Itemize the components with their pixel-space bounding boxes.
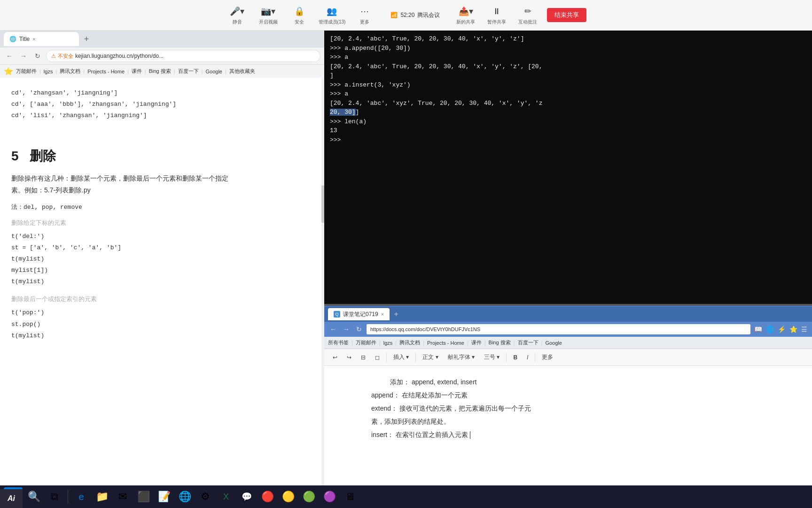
doc-forward-button[interactable]: → — [341, 325, 351, 334]
doc-ext-icon-1[interactable]: 📖 — [753, 325, 763, 334]
doc-address-input[interactable]: https://docs.qq.com/doc/DVEVtY0hDUFJVc1N… — [367, 324, 750, 334]
more-format-button[interactable]: 更多 — [539, 352, 556, 362]
right-panel: [20, 2.4, 'abc', True, 20, 20, 30, 40, '… — [324, 31, 812, 508]
doc-bookmark-google[interactable]: Google — [545, 340, 562, 346]
security-text: 不安全 — [58, 53, 73, 60]
bold-button[interactable]: B — [510, 353, 520, 362]
taskbar-chrome[interactable]: 🌐 — [175, 487, 194, 506]
font-dropdown[interactable]: 献礼字体 ▾ — [445, 352, 477, 362]
terminal-line-9: 20, 30]] — [330, 108, 806, 117]
browser-tab-active[interactable]: 🌐 Title × — [4, 32, 79, 46]
doc-bookmark-tencent[interactable]: 腾讯文档 — [399, 339, 420, 346]
taskbar-app-misc5[interactable]: 🖥 — [341, 487, 359, 506]
doc-content-area[interactable]: 添加： append, extend, insert append： 在结尾处添… — [324, 366, 812, 495]
bookmark-google[interactable]: Google — [206, 69, 222, 74]
bookmark-kj[interactable]: 课件 — [132, 68, 142, 75]
doc-reload-button[interactable]: ↻ — [354, 325, 364, 334]
misc3-icon: 🟢 — [303, 491, 315, 503]
terminal-highlight: 20, 30] — [330, 109, 356, 116]
redo-button[interactable]: ↪ — [344, 353, 354, 362]
taskbar-app-misc2[interactable]: 🟡 — [279, 487, 297, 506]
eraser-button[interactable]: ◻ — [372, 353, 383, 362]
terminal-line-10: >>> len(a) — [330, 117, 806, 127]
forward-button[interactable]: → — [18, 50, 29, 62]
doc-address-text: https://docs.qq.com/doc/DVEVtY0hDUFJVc1N… — [370, 326, 480, 332]
taskbar-edge[interactable]: e — [72, 487, 91, 506]
taskbar-mail[interactable]: ✉ — [113, 487, 132, 506]
code-line-1: cd', 'zhangsan', 'jiangning'] — [11, 88, 313, 98]
end-share-button[interactable]: 结束共享 — [547, 8, 586, 22]
taskbar-app-misc4[interactable]: 🟣 — [320, 487, 339, 506]
taskbar-taskview[interactable]: ⧉ — [45, 487, 64, 506]
manage-label: 管理成员(13) — [319, 19, 346, 25]
doc-add-label: 添加： — [390, 378, 410, 386]
meeting-time: 52:20 — [400, 12, 414, 18]
new-share-button[interactable]: 📤▾ 新的共享 — [454, 5, 477, 25]
doc-back-button[interactable]: ← — [328, 325, 338, 334]
tencent-center: 📶 52:20 腾讯会议 — [390, 11, 440, 19]
terminal-line-7: >>> a — [330, 89, 806, 99]
doc-tab-close-icon[interactable]: × — [381, 311, 384, 317]
more-button[interactable]: ⋯ 更多 — [353, 5, 376, 25]
doc-bookmark-all[interactable]: 所有书签 — [328, 339, 349, 346]
italic-button[interactable]: I — [524, 353, 531, 362]
taskbar-app-wechat[interactable]: 💬 — [237, 487, 256, 506]
doc-bookmark-mail[interactable]: 万能邮件 — [356, 339, 376, 346]
size-dropdown[interactable]: 三号 ▾ — [481, 352, 502, 362]
taskbar-search[interactable]: 🔍 — [24, 487, 43, 506]
undo-button[interactable]: ↩ — [330, 353, 340, 362]
taskbar-app-excel[interactable]: X — [217, 487, 235, 506]
excel-icon: X — [223, 492, 229, 502]
mic-button[interactable]: 🎤▾ 静音 — [226, 5, 249, 25]
taskbar-settings[interactable]: ⚙ — [196, 487, 215, 506]
doc-bookmark-proj[interactable]: Projects - Home — [427, 340, 464, 346]
format-button[interactable]: ⊟ — [358, 353, 368, 362]
ai-label: Ai — [8, 494, 15, 503]
doc-ext-icon-4[interactable]: ⭐ — [789, 325, 798, 334]
reload-button[interactable]: ↻ — [32, 50, 43, 62]
bookmark-tencent-docs[interactable]: 腾讯文档 — [60, 68, 80, 75]
doc-bookmark-lgzs[interactable]: lgzs — [383, 340, 393, 346]
taskbar-notepad[interactable]: 📝 — [155, 487, 173, 506]
terminal-line-4: [20, 2.4, 'abc', True, 20, 20, 30, 40, '… — [330, 62, 806, 71]
doc-bookmark-bing[interactable]: Bing 搜索 — [489, 339, 511, 346]
new-tab-button[interactable]: + — [80, 32, 93, 46]
screen: 🎤▾ 静音 📷▾ 开启视频 🔒 安全 👥 管理成员(13) ⋯ 更多 — [0, 0, 812, 508]
insert-button[interactable]: 插入 ▾ — [390, 352, 412, 362]
taskbar-app-misc3[interactable]: 🟢 — [299, 487, 318, 506]
manage-members-button[interactable]: 👥 管理成员(13) — [319, 5, 346, 25]
taskbar-app-misc1[interactable]: 🔴 — [258, 487, 277, 506]
back-button[interactable]: ← — [4, 50, 15, 62]
bookmark-projects[interactable]: Projects - Home — [87, 69, 125, 74]
doc-bookmark-kj[interactable]: 课件 — [471, 339, 482, 346]
annotate-button[interactable]: ✏ 互动批注 — [516, 5, 539, 25]
bookmark-wangneng[interactable]: 万能邮件 — [16, 68, 37, 75]
meeting-title: 腾讯会议 — [417, 11, 440, 19]
taskbar-terminal[interactable]: ⬛ — [134, 487, 153, 506]
doc-ext-icon-3[interactable]: ⚡ — [777, 325, 787, 334]
code-line-3: cd', 'lisi', 'zhangsan', 'jiangning'] — [11, 111, 313, 121]
doc-ext-icon-5[interactable]: ☰ — [800, 325, 808, 334]
bookmark-bing[interactable]: Bing 搜索 — [149, 68, 171, 75]
toolbar-divider-2 — [415, 353, 416, 362]
bookmark-others[interactable]: 其他收藏夹 — [229, 68, 255, 75]
doc-new-tab-button[interactable]: + — [390, 309, 402, 320]
doc-tab-active[interactable]: Q 课堂笔记0719 × — [328, 308, 390, 320]
browser-address-bar: ← → ↻ ⚠ 不安全 kejian.liuguangzhou.cn/pytho… — [0, 48, 324, 64]
style-dropdown[interactable]: 正文 ▾ — [420, 352, 441, 362]
tab-close-icon[interactable]: × — [32, 36, 35, 42]
doc-address-bar: ← → ↻ https://docs.qq.com/doc/DVEVtY0hDU… — [324, 322, 812, 337]
doc-ext-icon-2[interactable]: 🌐 — [765, 325, 775, 334]
doc-bookmark-baidu[interactable]: 百度一下 — [518, 339, 539, 346]
section-heading: 5 删除 — [11, 147, 313, 165]
address-bar-input[interactable]: ⚠ 不安全 kejian.liuguangzhou.cn/python/do..… — [46, 50, 320, 62]
ai-bar[interactable]: Ai — [0, 489, 23, 508]
bookmark-lgzs[interactable]: lgzs — [44, 69, 53, 74]
pop-comment: 删除最后一个或指定索引的元素 — [11, 294, 313, 305]
camera-button[interactable]: 📷▾ 开启视频 — [257, 5, 280, 25]
security-button[interactable]: 🔒 安全 — [288, 5, 311, 25]
bookmark-baidu[interactable]: 百度一下 — [178, 68, 199, 75]
pause-share-button[interactable]: ⏸ 暂停共享 — [485, 5, 508, 25]
tutorial-content: cd', 'zhangsan', 'jiangning'] cd', ['aaa… — [0, 78, 324, 508]
taskbar-explorer[interactable]: 📁 — [93, 487, 111, 506]
